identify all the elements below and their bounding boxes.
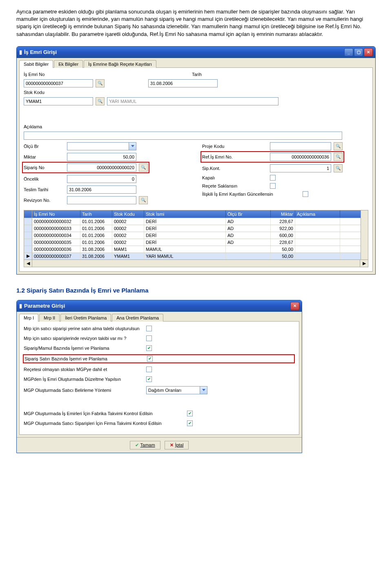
revizyon-input[interactable] — [67, 196, 136, 204]
col-stok[interactable]: Stok Kodu — [112, 210, 144, 218]
param-checkbox[interactable]: ✔ — [146, 376, 152, 382]
param-row: Mrp için satıcı siparişi yerine satın al… — [24, 326, 295, 331]
param-label: Mrp için satıcı siparişi yerine satın al… — [24, 326, 146, 331]
chevron-down-icon[interactable] — [200, 386, 207, 394]
kapali-checkbox[interactable] — [270, 175, 276, 181]
recete-checkbox[interactable] — [270, 183, 276, 189]
cell: 01.01.2006 — [80, 239, 112, 246]
tab-ileri[interactable]: İleri Üretim Planlama — [60, 314, 111, 322]
cell: 50,00 — [271, 246, 295, 253]
col-emri[interactable]: İş Emri No — [32, 210, 80, 218]
col-stokismi[interactable]: Stok İsmi — [144, 210, 226, 218]
param-label: Mrp için satıcı siparişlerinde revizyon … — [24, 336, 146, 341]
siparis-input[interactable] — [67, 163, 136, 172]
tab-mrp1[interactable]: Mrp I — [19, 314, 38, 322]
tab-mrp2[interactable]: Mrp II — [39, 314, 60, 322]
cancel-button[interactable]: ✕İptal — [165, 441, 189, 449]
col-miktar[interactable]: Miktar — [271, 210, 295, 218]
row-handle[interactable] — [24, 232, 32, 239]
stok-kodu-input[interactable] — [24, 97, 93, 105]
doc-paragraph: Ayrıca parametre eskiden olduğu gibi pla… — [0, 0, 392, 42]
row-handle[interactable] — [24, 218, 32, 225]
ok-button[interactable]: ✔Tamam — [130, 441, 160, 449]
olcu-input[interactable] — [67, 142, 129, 150]
table-row[interactable]: 00000000000003401.01.200600002DERİAD600,… — [24, 232, 361, 239]
label-olcu: Ölçü Br — [24, 144, 65, 149]
titlebar[interactable]: ▮ İş Emri Girişi _ ▢ ✕ — [17, 47, 375, 58]
ref-input[interactable] — [270, 153, 331, 161]
scrollbar-vertical[interactable] — [361, 210, 368, 259]
cell: 31.08.2006 — [80, 246, 112, 253]
param-checkbox[interactable]: ✔ — [147, 356, 153, 362]
is-emri-no-input[interactable] — [24, 79, 93, 87]
row-handle[interactable] — [24, 246, 32, 253]
aciklama-input[interactable] — [24, 132, 342, 140]
close-icon[interactable]: ✕ — [290, 302, 299, 310]
cell: 00002 — [112, 218, 144, 225]
label-stok: Stok Kodu — [24, 90, 65, 95]
chevron-down-icon[interactable] — [129, 142, 136, 150]
lookup-icon[interactable]: 🔍 — [96, 79, 105, 87]
lookup-icon[interactable]: 🔍 — [139, 196, 148, 204]
lookup-icon[interactable]: 🔍 — [96, 97, 105, 105]
row-handle[interactable]: ▶ — [24, 253, 32, 259]
oncelik-input[interactable] — [67, 175, 136, 183]
cell: YARI MAMUL — [144, 253, 226, 259]
lookup-icon[interactable]: 🔍 — [334, 153, 343, 161]
label-siparis: Sipariş No — [24, 165, 65, 170]
tarih-input[interactable] — [148, 79, 218, 87]
table-row[interactable]: 00000000000003501.01.200600002DERİAD228,… — [24, 239, 361, 246]
table-row[interactable]: 00000000000003201.01.200600002DERİAD228,… — [24, 218, 361, 225]
param-checkbox[interactable]: ✔ — [187, 420, 193, 426]
tab-ek[interactable]: Ek Bilgiler — [54, 60, 83, 68]
label-revizyon: Revizyon No. — [24, 198, 65, 203]
cell: 31.08.2006 — [80, 253, 112, 259]
lookup-icon[interactable]: 🔍 — [334, 142, 343, 150]
table-row[interactable]: ▶00000000000003731.08.2006YMAM1YARI MAMU… — [24, 253, 361, 259]
cell: DERİ — [144, 239, 226, 246]
maximize-icon[interactable]: ▢ — [354, 48, 363, 56]
minimize-icon[interactable]: _ — [344, 48, 353, 56]
close-icon[interactable]: ✕ — [364, 48, 373, 56]
tab-sabit[interactable]: Sabit Bilgiler — [19, 60, 53, 68]
col-olcu[interactable]: Ölçü Br — [226, 210, 271, 218]
grid: İş Emri No Tarih Stok Kodu Stok İsmi Ölç… — [24, 210, 368, 267]
param-checkbox[interactable] — [146, 326, 152, 331]
lookup-icon[interactable]: 🔍 — [334, 164, 343, 172]
cell: 000000000000032 — [32, 218, 80, 225]
param-checkbox[interactable] — [146, 367, 152, 372]
proje-input[interactable] — [270, 142, 331, 150]
param-row: MGPden İş Emri Oluşturmada Düzeltme Yapı… — [24, 376, 295, 382]
scrollbar-horizontal[interactable]: ◀ ▶ — [24, 259, 368, 267]
cell: 01.01.2006 — [80, 225, 112, 232]
cell: 000000000000034 — [32, 232, 80, 239]
param-label: MGP Oluşturmada İş Emirleri İçin Fabrika… — [24, 411, 187, 416]
param-checkbox[interactable] — [146, 335, 152, 341]
label-ref: Ref.İş Emri No. — [202, 154, 267, 159]
row-handle[interactable] — [24, 239, 32, 246]
lookup-icon[interactable]: 🔍 — [139, 163, 148, 172]
titlebar[interactable]: ▮ Parametre Girişi ✕ — [17, 300, 302, 312]
table-row[interactable]: 00000000000003631.08.2006MAM1MAMUL50,00 — [24, 246, 361, 253]
button-bar: ✔Tamam ✕İptal — [17, 437, 302, 453]
sipkont-input[interactable] — [270, 164, 331, 172]
label-is-emri: İş Emri No — [24, 72, 65, 77]
row-handle[interactable] — [24, 225, 32, 232]
teslim-input[interactable] — [67, 186, 136, 194]
param-label: MGPden İş Emri Oluşturmada Düzeltme Yapı… — [24, 377, 146, 382]
tab-body: İş Emri No Tarih 🔍 Stok Kodu 🔍 Açıklama — [19, 67, 373, 272]
tab-recete[interactable]: İş Emrine Bağlı Reçete Kayıtları — [84, 60, 156, 68]
param-label: Reçetesi olmayan stokları MGPye dahil et — [24, 367, 146, 372]
cell: MAMUL — [144, 246, 226, 253]
combo-yontem[interactable] — [146, 386, 200, 394]
miktar-input[interactable] — [67, 153, 136, 161]
table-row[interactable]: 00000000000003301.01.200600002DERİAD922,… — [24, 225, 361, 232]
col-tarih[interactable]: Tarih — [80, 210, 112, 218]
label-iliskili: İlişkili İş Emri Kayıtları Güncellensin — [202, 192, 300, 197]
tab-ana[interactable]: Ana Üretim Planlama — [112, 314, 163, 322]
check-icon: ✔ — [135, 443, 139, 448]
col-acik[interactable]: Açıklama — [295, 210, 340, 218]
param-checkbox[interactable]: ✔ — [187, 411, 193, 416]
iliskili-checkbox[interactable] — [303, 191, 308, 197]
param-checkbox[interactable]: ✔ — [146, 345, 152, 351]
